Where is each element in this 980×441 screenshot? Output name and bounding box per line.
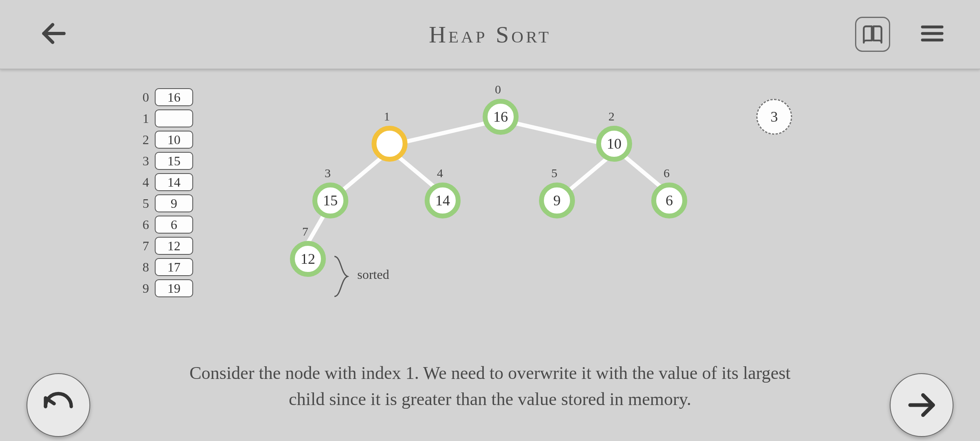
back-button[interactable] — [39, 18, 69, 50]
undo-icon — [41, 388, 76, 422]
heap-node-6[interactable]: 6 — [651, 183, 687, 218]
node-value: 14 — [435, 192, 450, 209]
reference-button[interactable] — [855, 17, 890, 52]
heap-node-0[interactable]: 16 — [483, 99, 519, 135]
next-button[interactable] — [890, 373, 953, 437]
heap-tree: 16 0 1 10 2 15 3 14 4 9 5 6 6 12 7 3 — [0, 70, 980, 315]
undo-button[interactable] — [27, 373, 90, 437]
menu-icon — [919, 20, 945, 47]
node-index-label: 7 — [302, 225, 308, 238]
node-value: 12 — [301, 250, 315, 267]
node-index-label: 5 — [551, 166, 557, 180]
arrow-right-icon — [904, 388, 939, 422]
header: Heap Sort — [0, 0, 980, 69]
heap-node-1[interactable] — [372, 126, 408, 162]
heap-node-7[interactable]: 12 — [290, 241, 326, 277]
page-title: Heap Sort — [429, 21, 551, 48]
menu-button[interactable] — [919, 20, 945, 48]
node-value: 10 — [607, 135, 621, 152]
memory-value: 3 — [771, 108, 778, 125]
node-index-label: 0 — [495, 82, 501, 96]
heap-node-2[interactable]: 10 — [596, 126, 632, 162]
node-index-label: 6 — [664, 166, 670, 180]
node-index-label: 4 — [437, 166, 443, 180]
content-area: 016 1 210 315 414 59 66 712 817 919 sort… — [0, 70, 980, 441]
node-value: 15 — [323, 192, 338, 209]
node-value: 16 — [493, 108, 508, 125]
heap-node-3[interactable]: 15 — [312, 183, 348, 218]
node-index-label: 3 — [325, 166, 331, 180]
memory-node: 3 — [756, 99, 792, 135]
node-value: 6 — [666, 192, 673, 209]
node-index-label: 1 — [384, 109, 390, 123]
arrow-left-icon — [39, 18, 69, 49]
step-caption: Consider the node with index 1. We need … — [172, 360, 808, 412]
heap-node-4[interactable]: 14 — [425, 183, 461, 218]
book-open-icon — [862, 24, 883, 45]
node-index-label: 2 — [608, 109, 615, 123]
node-value: 9 — [553, 192, 561, 209]
heap-node-5[interactable]: 9 — [539, 183, 575, 218]
